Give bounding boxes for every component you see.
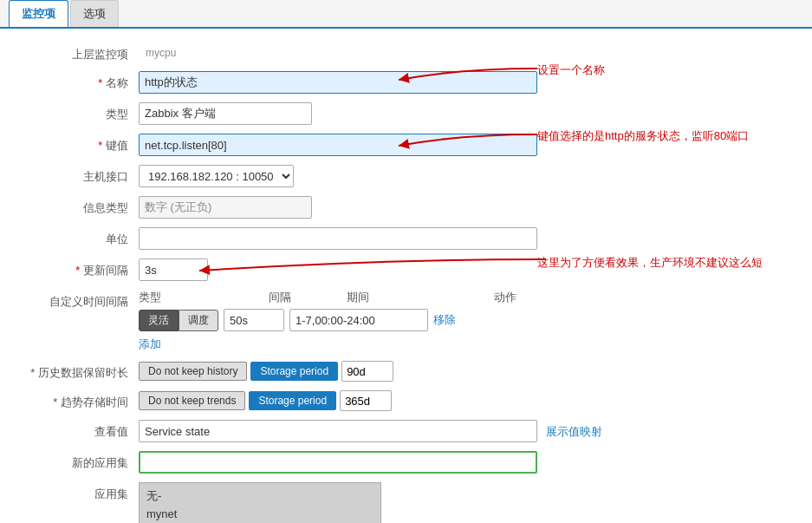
interval-header: 类型 间隔 期间 动作 (139, 290, 546, 305)
history-label: * 历史数据保留时长 (26, 361, 139, 381)
trend-storage-row: Do not keep trends Storage period (139, 390, 392, 411)
type-row: 类型 (26, 102, 786, 125)
new-app-label: 新的应用集 (26, 451, 139, 471)
key-annotation: 键值选择的是http的服务状态，监听80端口 (537, 128, 749, 144)
interval-header-type: 类型 (139, 290, 260, 305)
interval-remove-link[interactable]: 移除 (433, 312, 456, 328)
info-type-input (139, 196, 312, 219)
new-app-input[interactable] (139, 451, 537, 474)
name-row: 名称 设置一个名称 (26, 71, 786, 94)
key-row: 键值 键值选择的是http的服务状态，监听80端口 (26, 134, 786, 156)
update-input[interactable] (139, 258, 208, 281)
interval-type-schedule[interactable]: 调度 (179, 310, 218, 331)
interface-select[interactable]: 192.168.182.120 : 10050 (139, 165, 294, 187)
type-label: 类型 (26, 102, 139, 122)
history-no-keep-btn[interactable]: Do not keep history (139, 362, 247, 381)
name-annotation: 设置一个名称 (537, 62, 605, 78)
unit-input[interactable] (139, 227, 537, 250)
interface-row: 主机接口 192.168.182.120 : 10050 (26, 165, 786, 187)
custom-interval-container: 类型 间隔 期间 动作 灵活 调度 移除 添加 (139, 290, 546, 352)
interval-gap-input[interactable] (224, 309, 284, 331)
trend-label: * 趋势存储时间 (26, 390, 139, 410)
interval-header-action: 动作 (494, 290, 546, 305)
name-input[interactable] (139, 71, 537, 94)
interval-header-period: 期间 (347, 290, 485, 305)
value-map-label: 查看值 (26, 420, 139, 440)
info-type-label: 信息类型 (26, 196, 139, 216)
app-label: 应用集 (26, 482, 139, 502)
update-row: 更新间隔 这里为了方便看效果，生产环境不建议这么短 (26, 258, 786, 281)
update-annotation: 这里为了方便看效果，生产环境不建议这么短 (537, 255, 763, 271)
info-type-row: 信息类型 (26, 196, 786, 219)
parent-item-row: 上层监控项 mycpu (26, 42, 786, 62)
type-input[interactable] (139, 102, 312, 125)
interval-period-input[interactable] (289, 309, 428, 331)
custom-interval-label: 自定义时间间隔 (26, 290, 139, 310)
history-storage-row: Do not keep history Storage period (139, 361, 393, 382)
trend-value-input[interactable] (340, 390, 392, 411)
history-value-input[interactable] (341, 361, 393, 382)
interval-add-link[interactable]: 添加 (139, 337, 161, 350)
update-arrow (165, 255, 555, 285)
app-list-item-0[interactable]: 无- (143, 487, 377, 506)
parent-value: mycpu (139, 42, 176, 59)
trend-no-keep-btn[interactable]: Do not keep trends (139, 391, 245, 410)
history-storage-btn[interactable]: Storage period (250, 362, 338, 381)
value-map-input[interactable] (139, 420, 537, 442)
interval-type-toggle: 灵活 调度 (139, 310, 218, 331)
app-row: 应用集 无- mynet (26, 482, 786, 523)
interval-row-1: 灵活 调度 移除 (139, 309, 546, 331)
value-map-row: 查看值 展示值映射 (26, 420, 786, 442)
tab-config[interactable]: 监控项 (9, 0, 68, 27)
app-list[interactable]: 无- mynet (139, 482, 381, 523)
trend-storage-btn[interactable]: Storage period (249, 391, 336, 410)
custom-interval-row: 自定义时间间隔 类型 间隔 期间 动作 灵活 调度 移除 (26, 290, 786, 352)
history-row: * 历史数据保留时长 Do not keep history Storage p… (26, 361, 786, 382)
key-label: 键值 (26, 134, 139, 154)
new-app-row: 新的应用集 (26, 451, 786, 474)
tabs-bar: 监控项 选项 (0, 0, 812, 29)
app-list-item-1[interactable]: mynet (143, 506, 377, 522)
update-label: 更新间隔 (26, 258, 139, 278)
unit-label: 单位 (26, 227, 139, 247)
key-input[interactable] (139, 134, 537, 156)
form-container: 上层监控项 mycpu 名称 设置一个名称 类型 键值 键值选择的是http的服… (0, 29, 812, 523)
unit-row: 单位 (26, 227, 786, 250)
interval-add-container: 添加 (139, 337, 546, 352)
name-label: 名称 (26, 71, 139, 91)
interface-label: 主机接口 (26, 165, 139, 185)
value-map-link[interactable]: 展示值映射 (546, 420, 602, 440)
parent-label: 上层监控项 (26, 42, 139, 62)
trend-row: * 趋势存储时间 Do not keep trends Storage peri… (26, 390, 786, 411)
tab-options[interactable]: 选项 (70, 0, 119, 27)
interval-type-flexible[interactable]: 灵活 (139, 310, 179, 331)
interval-header-gap: 间隔 (269, 290, 338, 305)
